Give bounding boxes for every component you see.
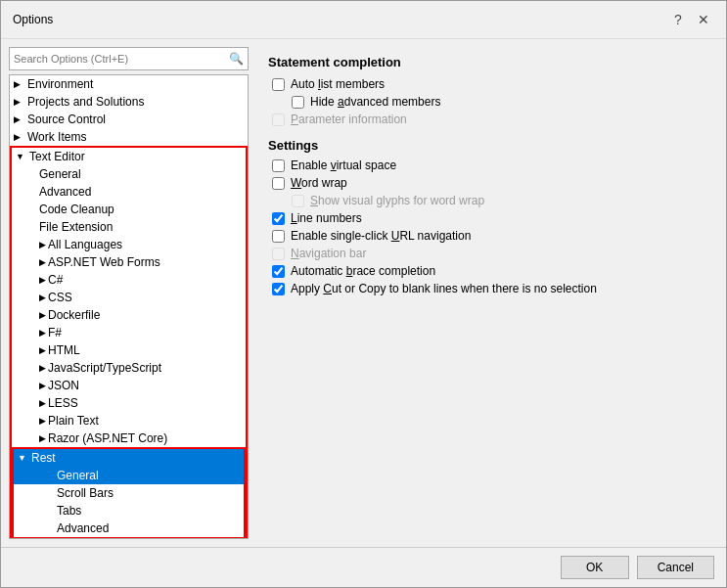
close-button[interactable]: ✕	[693, 9, 714, 30]
tree-item-label: Projects and Solutions	[27, 95, 244, 109]
nav-bar-checkbox[interactable]	[272, 248, 285, 260]
checkbox-hide-advanced: Hide advanced members	[268, 95, 706, 109]
auto-list-checkbox[interactable]	[272, 78, 285, 91]
tree-item-javascript[interactable]: ▶ JavaScript/TypeScript	[12, 359, 246, 377]
arrow-icon: ▶	[39, 275, 46, 285]
checkbox-nav-bar: Navigation bar	[268, 247, 706, 260]
tree-item-code-cleanup[interactable]: Code Cleanup	[12, 201, 246, 218]
child-label: Dockerfile	[48, 308, 100, 322]
tree-item-label: Rest	[31, 451, 240, 465]
tree-item-rest-advanced[interactable]: Advanced	[14, 520, 244, 537]
tree-item-json[interactable]: ▶ JSON	[12, 377, 246, 394]
tree-item-projects[interactable]: ▶ Projects and Solutions	[10, 93, 248, 111]
child-label: JavaScript/TypeScript	[48, 361, 161, 375]
single-click-url-checkbox[interactable]	[272, 230, 285, 243]
cancel-button[interactable]: Cancel	[637, 556, 714, 579]
word-wrap-checkbox[interactable]	[272, 177, 285, 190]
child-label: All Languages	[48, 238, 122, 251]
options-dialog: Options ? ✕ 🔍 ▶ Environment ▶ Proj	[0, 0, 727, 588]
arrow-icon: ▶	[39, 345, 46, 355]
text-editor-group: ▼ Text Editor General Advanced Code Clea…	[10, 146, 248, 539]
tree-container: ▶ Environment ▶ Projects and Solutions ▶…	[9, 74, 249, 539]
search-icon: 🔍	[229, 52, 244, 66]
brace-completion-checkbox[interactable]	[272, 265, 285, 278]
main-content: 🔍 ▶ Environment ▶ Projects and Solutions…	[1, 39, 726, 547]
dialog-title: Options	[13, 13, 53, 26]
arrow-icon: ▶	[39, 433, 46, 443]
hide-advanced-checkbox[interactable]	[292, 96, 304, 109]
tree-item-advanced[interactable]: Advanced	[12, 183, 246, 201]
arrow-icon: ▶	[39, 257, 46, 267]
arrow-icon: ▶	[14, 114, 27, 124]
child-label: Razor (ASP.NET Core)	[48, 431, 167, 445]
tree-item-text-editor[interactable]: ▼ Text Editor	[12, 148, 246, 165]
help-button[interactable]: ?	[667, 9, 689, 30]
tree-item-rest-scrollbars[interactable]: Scroll Bars	[14, 484, 244, 502]
line-numbers-label: Line numbers	[291, 211, 362, 225]
arrow-icon: ▶	[39, 293, 46, 302]
tree-item-plain-text[interactable]: ▶ Plain Text	[12, 412, 246, 430]
show-glyphs-checkbox[interactable]	[292, 195, 304, 207]
arrow-icon: ▼	[16, 152, 29, 161]
tree-item-rest-tabs[interactable]: Tabs	[14, 502, 244, 520]
child-label: Advanced	[39, 185, 91, 199]
checkbox-show-glyphs: Show visual glyphs for word wrap	[268, 194, 706, 207]
child-label: Tabs	[57, 504, 81, 518]
virtual-space-label: Enable virtual space	[291, 158, 396, 172]
child-label: CSS	[48, 291, 72, 304]
tree-item-rest-general[interactable]: General	[14, 467, 244, 484]
child-label: HTML	[48, 343, 80, 357]
child-label: JSON	[48, 379, 79, 392]
tree-item-csharp[interactable]: ▶ C#	[12, 271, 246, 289]
rest-group: ▼ Rest General Scroll Bars Tabs	[12, 447, 246, 539]
child-label: Scroll Bars	[57, 486, 114, 500]
arrow-icon: ▶	[39, 416, 46, 426]
tree-item-fsharp[interactable]: ▶ F#	[12, 324, 246, 341]
tree-item-aspnet[interactable]: ▶ ASP.NET Web Forms	[12, 253, 246, 271]
ok-button[interactable]: OK	[561, 556, 629, 579]
checkbox-brace-completion: Automatic brace completion	[268, 264, 706, 278]
param-info-label: Parameter information	[291, 113, 407, 126]
arrow-icon: ▶	[39, 240, 46, 249]
checkbox-param-info: Parameter information	[268, 113, 706, 126]
child-label: General	[57, 469, 99, 482]
child-label: Plain Text	[48, 414, 99, 428]
tree-item-razor[interactable]: ▶ Razor (ASP.NET Core)	[12, 430, 246, 447]
cut-copy-checkbox[interactable]	[272, 283, 285, 295]
auto-list-label: Auto list members	[291, 77, 385, 91]
statement-completion-title: Statement completion	[268, 55, 706, 69]
child-label: Advanced	[57, 521, 109, 535]
tree-item-html[interactable]: ▶ HTML	[12, 341, 246, 359]
tree-item-source-control[interactable]: ▶ Source Control	[10, 111, 248, 128]
arrow-icon: ▶	[39, 398, 46, 408]
virtual-space-checkbox[interactable]	[272, 159, 285, 172]
tree-item-environment[interactable]: ▶ Environment	[10, 75, 248, 93]
tree-item-work-items[interactable]: ▶ Work Items	[10, 128, 248, 146]
tree-item-all-languages[interactable]: ▶ All Languages	[12, 236, 246, 253]
line-numbers-checkbox[interactable]	[272, 212, 285, 225]
tree-item-label: Source Control	[27, 113, 244, 126]
title-bar-controls: ? ✕	[667, 9, 714, 30]
search-box: 🔍	[9, 47, 249, 70]
param-info-checkbox[interactable]	[272, 113, 285, 126]
search-input[interactable]	[14, 53, 229, 65]
tree-item-dockerfile[interactable]: ▶ Dockerfile	[12, 306, 246, 324]
tree-item-less[interactable]: ▶ LESS	[12, 394, 246, 412]
settings-title: Settings	[268, 138, 706, 153]
child-label: LESS	[48, 396, 78, 410]
checkbox-auto-list: Auto list members	[268, 77, 706, 91]
arrow-icon: ▼	[18, 453, 31, 463]
show-glyphs-label: Show visual glyphs for word wrap	[310, 194, 484, 207]
tree-item-general[interactable]: General	[12, 165, 246, 183]
cut-copy-label: Apply Cut or Copy to blank lines when th…	[291, 282, 597, 295]
tree-item-css[interactable]: ▶ CSS	[12, 289, 246, 306]
hide-advanced-label: Hide advanced members	[310, 95, 440, 109]
arrow-icon: ▶	[14, 132, 27, 142]
child-label: Code Cleanup	[39, 203, 114, 216]
right-panel: Statement completion Auto list members H…	[256, 47, 718, 539]
tree-item-label: Text Editor	[29, 150, 242, 163]
tree-item-file-extension[interactable]: File Extension	[12, 218, 246, 236]
settings-section: Settings Enable virtual space Word wrap …	[268, 138, 706, 299]
tree-item-rest[interactable]: ▼ Rest	[14, 449, 244, 467]
checkbox-virtual-space: Enable virtual space	[268, 158, 706, 172]
